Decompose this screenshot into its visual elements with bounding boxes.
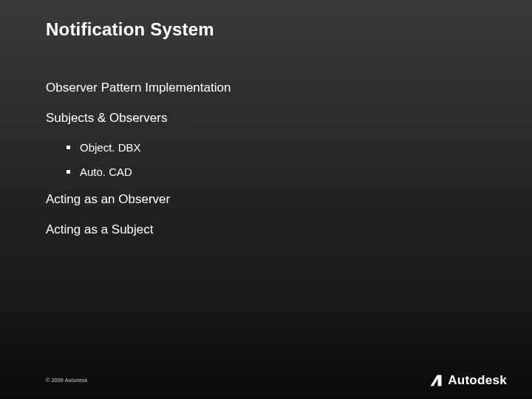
content-line: Subjects & Observers [46, 110, 488, 126]
autodesk-mark-icon [429, 373, 443, 388]
list-item-label: Object. DBX [80, 141, 141, 154]
content-line: Acting as an Observer [46, 191, 488, 207]
list-item: Auto. CAD [66, 166, 488, 178]
slide: Notification System Observer Pattern Imp… [0, 0, 532, 399]
brand-name: Autodesk [448, 373, 507, 388]
square-bullet-icon [66, 146, 70, 149]
slide-title: Notification System [46, 19, 214, 40]
list-item: Object. DBX [66, 141, 488, 154]
content-line: Observer Pattern Implementation [46, 80, 488, 95]
sub-list: Object. DBX Auto. CAD [46, 141, 488, 178]
brand-logo: Autodesk [429, 372, 507, 389]
list-item-label: Auto. CAD [80, 166, 132, 178]
slide-content: Observer Pattern Implementation Subjects… [46, 80, 488, 252]
copyright-text: © 2008 Autodesk [46, 378, 87, 383]
content-line: Acting as a Subject [46, 222, 488, 237]
square-bullet-icon [66, 170, 70, 174]
